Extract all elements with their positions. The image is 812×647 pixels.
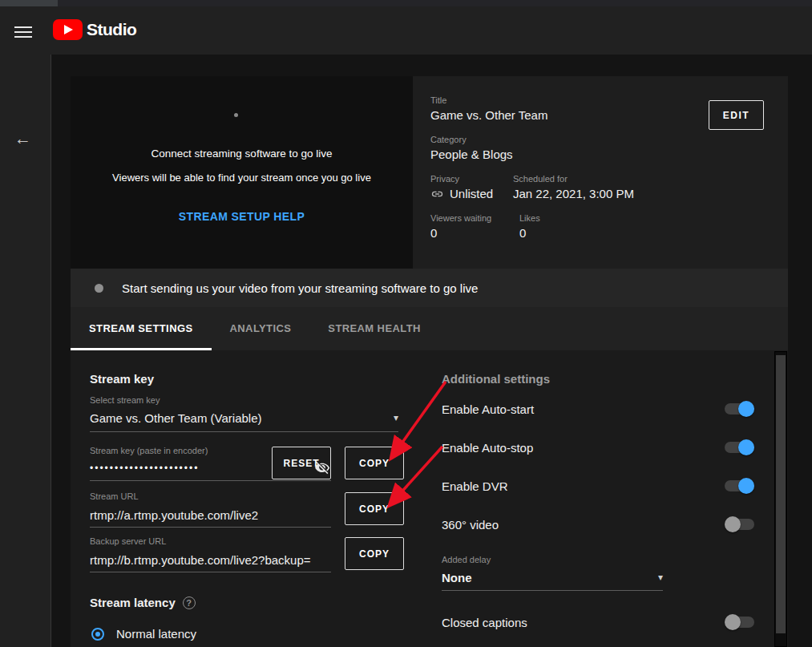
stream-overview-card: Connect streaming software to go live Vi… bbox=[71, 76, 788, 269]
youtube-play-icon bbox=[53, 19, 83, 40]
category-label: Category bbox=[430, 135, 788, 144]
tab-bar: STREAM SETTINGS ANALYTICS STREAM HEALTH bbox=[71, 307, 788, 350]
select-stream-key-label: Select stream key bbox=[90, 395, 398, 405]
preview-message-primary: Connect streaming software to go live bbox=[71, 148, 413, 160]
brand-text: Studio bbox=[87, 20, 136, 39]
likes-label: Likes bbox=[519, 213, 540, 223]
closed-captions-toggle[interactable] bbox=[725, 617, 754, 628]
normal-latency-label: Normal latency bbox=[116, 627, 196, 641]
viewers-likes-row: Viewers waiting 0 Likes 0 bbox=[430, 213, 788, 240]
loading-dot-icon bbox=[234, 113, 238, 117]
stream-url-label: Stream URL bbox=[90, 491, 331, 501]
edit-button[interactable]: EDIT bbox=[709, 100, 764, 130]
video-360-toggle[interactable] bbox=[725, 519, 754, 530]
privacy-label: Privacy bbox=[430, 174, 513, 184]
likes-group: Likes 0 bbox=[519, 213, 540, 240]
video-360-row: 360° video bbox=[442, 515, 754, 534]
tab-stream-health[interactable]: STREAM HEALTH bbox=[309, 307, 438, 350]
status-dot-icon bbox=[95, 284, 103, 293]
auto-stop-row: Enable Auto-stop bbox=[442, 438, 754, 457]
reset-stream-key-button[interactable]: RESET bbox=[272, 447, 331, 479]
additional-settings-column: Additional settings Enable Auto-start En… bbox=[442, 350, 754, 647]
dvr-label: Enable DVR bbox=[442, 479, 508, 493]
privacy-value: Unlisted bbox=[430, 187, 513, 200]
scrollbar[interactable] bbox=[774, 351, 787, 647]
preview-message-secondary: Viewers will be able to find your stream… bbox=[71, 172, 413, 184]
stream-latency-text: Stream latency bbox=[90, 596, 176, 609]
closed-captions-row: Closed captions bbox=[442, 613, 754, 632]
menu-icon[interactable] bbox=[14, 25, 33, 39]
copy-stream-url-button[interactable]: COPY bbox=[345, 492, 404, 525]
category-group: Category People & Blogs bbox=[430, 135, 788, 161]
top-bar: Studio bbox=[0, 6, 812, 55]
auto-start-row: Enable Auto-start bbox=[442, 399, 754, 419]
stream-setup-help-link[interactable]: STREAM SETUP HELP bbox=[71, 210, 413, 223]
video-360-label: 360° video bbox=[442, 518, 499, 532]
stream-details-panel: Title Game vs. Other Team Category Peopl… bbox=[413, 76, 788, 269]
scheduled-value: Jan 22, 2021, 3:00 PM bbox=[513, 187, 634, 200]
viewers-group: Viewers waiting 0 bbox=[430, 213, 519, 240]
stream-key-column: Stream key Select stream key Game vs. Ot… bbox=[90, 350, 410, 647]
select-stream-key-dropdown[interactable]: Select stream key Game vs. Other Team (V… bbox=[90, 395, 398, 432]
added-delay-value: None bbox=[442, 571, 472, 584]
chevron-down-icon: ▾ bbox=[394, 412, 398, 423]
privacy-group: Privacy Unlisted bbox=[430, 174, 513, 200]
stream-key-masked-value: •••••••••••••••••••••• bbox=[90, 463, 199, 474]
additional-settings-heading: Additional settings bbox=[442, 372, 550, 386]
stream-key-heading: Stream key bbox=[90, 372, 154, 386]
tab-stream-settings[interactable]: STREAM SETTINGS bbox=[71, 307, 212, 350]
normal-latency-option[interactable]: Normal latency bbox=[91, 627, 196, 641]
scheduled-group: Scheduled for Jan 22, 2021, 3:00 PM bbox=[513, 174, 634, 200]
stream-settings-panel: Stream key Select stream key Game vs. Ot… bbox=[71, 350, 788, 647]
dvr-row: Enable DVR bbox=[442, 476, 754, 495]
status-message: Start sending us your video from your st… bbox=[122, 281, 478, 295]
scheduled-label: Scheduled for bbox=[513, 174, 634, 184]
help-icon[interactable]: ? bbox=[183, 596, 196, 609]
privacy-schedule-row: Privacy Unlisted Scheduled for Jan 22, 2… bbox=[430, 174, 788, 200]
browser-tab-fragment bbox=[0, 0, 58, 6]
copy-backup-url-button[interactable]: COPY bbox=[345, 537, 404, 570]
youtube-studio-logo[interactable]: Studio bbox=[53, 19, 136, 40]
auto-start-label: Enable Auto-start bbox=[442, 402, 534, 416]
radio-selected-icon[interactable] bbox=[91, 628, 104, 641]
added-delay-dropdown[interactable]: Added delay None ▾ bbox=[442, 555, 663, 591]
backup-url-value: rtmp://b.rtmp.youtube.com/live2?backup= bbox=[90, 551, 331, 568]
backup-url-label: Backup server URL bbox=[90, 536, 331, 546]
viewers-waiting-count: 0 bbox=[430, 226, 519, 240]
stream-status-bar: Start sending us your video from your st… bbox=[71, 269, 788, 307]
privacy-text: Unlisted bbox=[450, 187, 493, 200]
stream-latency-heading: Stream latency ? bbox=[90, 596, 196, 609]
browser-chrome-strip bbox=[0, 0, 812, 6]
copy-stream-key-button[interactable]: COPY bbox=[345, 447, 404, 479]
auto-start-toggle[interactable] bbox=[725, 403, 754, 414]
chevron-down-icon: ▾ bbox=[658, 572, 663, 583]
youtube-studio-live-dashboard: Studio ← Connect streaming software to g… bbox=[0, 0, 812, 647]
left-sidebar: ← bbox=[0, 55, 51, 647]
select-stream-key-value: Game vs. Other Team (Variable) bbox=[90, 411, 262, 425]
back-arrow-icon[interactable]: ← bbox=[14, 129, 31, 148]
scrollbar-thumb[interactable] bbox=[776, 355, 786, 633]
stream-url-field: Stream URL rtmp://a.rtmp.youtube.com/liv… bbox=[90, 491, 331, 528]
dvr-toggle[interactable] bbox=[725, 480, 754, 491]
link-icon bbox=[430, 188, 444, 200]
category-value: People & Blogs bbox=[430, 148, 788, 161]
closed-captions-label: Closed captions bbox=[442, 616, 527, 629]
auto-stop-toggle[interactable] bbox=[725, 442, 754, 453]
stream-preview-panel: Connect streaming software to go live Vi… bbox=[71, 76, 413, 269]
auto-stop-label: Enable Auto-stop bbox=[442, 441, 533, 455]
viewers-waiting-label: Viewers waiting bbox=[430, 213, 519, 223]
likes-count: 0 bbox=[519, 226, 540, 240]
added-delay-label: Added delay bbox=[442, 555, 663, 564]
stream-url-value: rtmp://a.rtmp.youtube.com/live2 bbox=[90, 506, 331, 524]
backup-url-field: Backup server URL rtmp://b.rtmp.youtube.… bbox=[90, 536, 331, 572]
tab-analytics[interactable]: ANALYTICS bbox=[212, 307, 310, 350]
